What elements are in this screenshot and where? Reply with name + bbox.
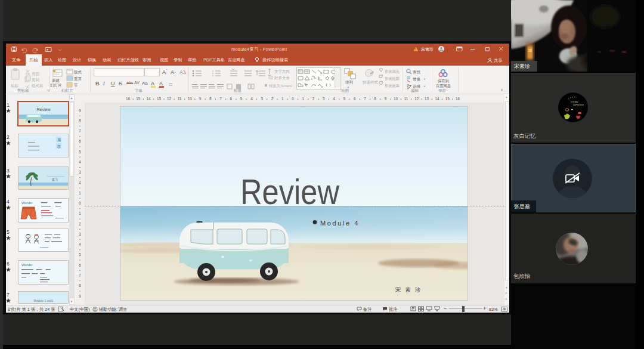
svg-text:Module 4: Module 4 (320, 220, 360, 227)
svg-text:3: 3 (323, 97, 325, 101)
svg-text:Words: Words (21, 263, 32, 267)
svg-text:2: 2 (79, 180, 81, 184)
svg-text:5: 5 (343, 97, 346, 101)
svg-text:8: 8 (79, 119, 81, 123)
svg-text:张思邈: 张思邈 (514, 203, 530, 209)
svg-text:4: 4 (79, 242, 81, 246)
svg-text:保护md 世界: 保护md 世界 (573, 104, 584, 106)
svg-text:快速样式: 快速样式 (362, 80, 379, 84)
svg-text:12: 12 (167, 97, 172, 101)
svg-text:月中甲醛: 月中甲醛 (571, 101, 579, 103)
svg-text:3: 3 (79, 170, 81, 174)
svg-text:5: 5 (240, 97, 243, 101)
svg-text:5: 5 (79, 150, 81, 154)
svg-text:Module 1 unit1: Module 1 unit1 (34, 299, 54, 302)
svg-text:3: 3 (79, 232, 81, 236)
svg-text:Words: Words (21, 201, 32, 205)
svg-text:剪切: 剪切 (32, 72, 39, 76)
svg-text:选择: 选择 (413, 84, 421, 89)
svg-text:10: 10 (188, 97, 193, 101)
svg-text:月: 月 (57, 138, 61, 143)
svg-text:14: 14 (435, 97, 439, 101)
svg-text:A: A (171, 69, 174, 75)
svg-text:1: 1 (79, 191, 81, 195)
svg-text:转换为 SmartArt: 转换为 SmartArt (269, 84, 292, 88)
svg-text:4: 4 (250, 97, 253, 101)
svg-text:替换: 替换 (413, 77, 421, 82)
svg-text:▼: ▼ (423, 85, 426, 88)
svg-text:13: 13 (157, 97, 162, 101)
svg-text:3: 3 (261, 97, 263, 101)
svg-text:6: 6 (230, 97, 233, 101)
svg-text:A: A (151, 81, 154, 87)
svg-text:A: A (162, 69, 166, 75)
svg-text:9: 9 (79, 109, 81, 113)
svg-text:宋素珍: 宋素珍 (395, 286, 425, 293)
svg-text:6: 6 (79, 139, 81, 143)
svg-text:形状效果: 形状效果 (385, 84, 400, 88)
svg-text:包欣怡: 包欣怡 (513, 273, 531, 279)
svg-text:5: 5 (79, 252, 81, 257)
svg-text:对齐文本: 对齐文本 (274, 76, 290, 80)
svg-text:11: 11 (404, 97, 408, 101)
svg-text:7: 7 (219, 97, 222, 101)
svg-text:保存到: 保存到 (438, 79, 449, 83)
svg-text:15: 15 (445, 97, 450, 101)
svg-text:排列: 排列 (345, 80, 354, 85)
svg-text:6: 6 (354, 97, 356, 101)
svg-text:12: 12 (414, 97, 419, 101)
svg-text:形状填充: 形状填充 (385, 69, 400, 74)
svg-text:文字方向: 文字方向 (274, 69, 290, 74)
svg-text:幻灯片: 幻灯片 (50, 83, 62, 88)
svg-text:0: 0 (79, 201, 81, 205)
svg-text:10: 10 (394, 97, 398, 101)
svg-text:4: 4 (333, 97, 335, 101)
svg-text:6: 6 (79, 263, 81, 267)
svg-text:15: 15 (136, 97, 141, 101)
svg-text:复习: 复习 (52, 178, 58, 182)
svg-text:ˆ: ˆ (166, 69, 168, 72)
svg-text:9: 9 (199, 97, 202, 101)
svg-text:查找: 查找 (413, 70, 421, 74)
svg-text:2: 2 (271, 97, 274, 101)
svg-text:A: A (179, 69, 183, 75)
svg-text:▼: ▼ (423, 78, 426, 81)
svg-text:8: 8 (79, 283, 81, 288)
svg-text:ˇ: ˇ (175, 72, 176, 75)
svg-text:14: 14 (147, 97, 151, 101)
svg-text:9: 9 (385, 97, 387, 101)
svg-text:16: 16 (126, 97, 131, 101)
svg-text:1: 1 (79, 211, 81, 215)
svg-text:形状轮廓: 形状轮廓 (385, 76, 400, 81)
svg-text:4: 4 (79, 160, 81, 164)
svg-text:1: 1 (281, 97, 284, 101)
svg-text:8: 8 (374, 97, 376, 101)
svg-text:Review: Review (37, 107, 51, 112)
svg-text:7: 7 (79, 129, 81, 133)
svg-text:灰白记忆: 灰白记忆 (513, 132, 537, 139)
svg-text:8: 8 (209, 97, 212, 101)
svg-text:A: A (159, 81, 163, 87)
svg-text:16: 16 (456, 97, 460, 101)
svg-text:7: 7 (79, 273, 81, 277)
svg-text:百度网盘: 百度网盘 (436, 84, 451, 88)
svg-text:9: 9 (79, 294, 81, 298)
svg-text:2: 2 (79, 222, 81, 226)
svg-text:▼: ▼ (347, 86, 349, 89)
svg-text:2: 2 (312, 97, 315, 101)
svg-text:0: 0 (292, 97, 294, 101)
svg-text:格式刷: 格式刷 (31, 84, 44, 88)
svg-text:1: 1 (302, 97, 305, 101)
svg-text:7: 7 (364, 97, 366, 101)
svg-text:录: 录 (57, 144, 61, 149)
svg-text:宋素珍: 宋素珍 (513, 63, 530, 69)
svg-text:13: 13 (425, 97, 429, 101)
svg-text:复制: 复制 (32, 78, 39, 82)
svg-text:11: 11 (178, 97, 182, 101)
svg-text:新建: 新建 (52, 78, 60, 83)
